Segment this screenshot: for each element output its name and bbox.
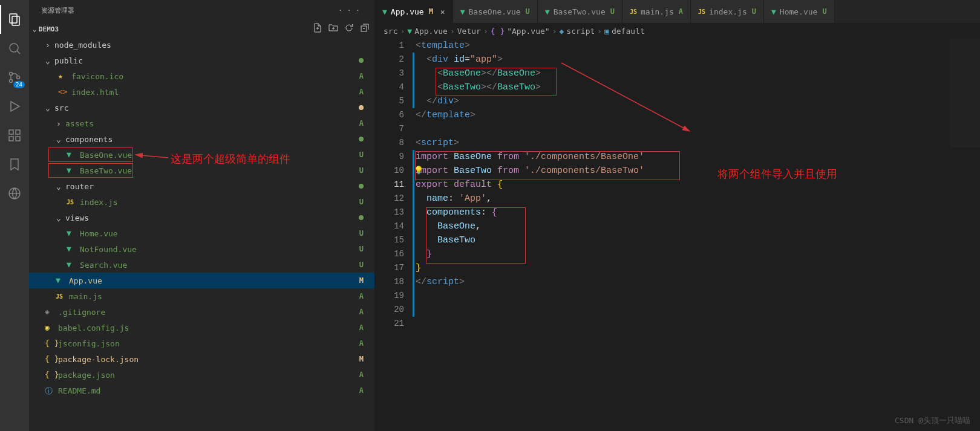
editor-tabs: ▼App.vueM×▼BaseOne.vueU▼BaseTwo.vueUJSma… [375, 0, 980, 23]
svg-rect-11 [16, 137, 20, 141]
tree-file[interactable]: ◈.gitignoreA [29, 304, 374, 320]
variable-icon: ▣ [604, 27, 609, 36]
code-editor[interactable]: 123456789101112131415161718192021 💡 <tem… [375, 39, 980, 431]
collapse-all-icon[interactable] [360, 23, 370, 35]
editor-tab[interactable]: ▼BaseTwo.vueU [538, 0, 622, 23]
watermark-credit: CSDN @头顶一只喵喵 [895, 415, 970, 426]
annotation-text-2: 将两个组件导入并且使用 [717, 167, 837, 181]
code-content[interactable]: 💡 <template> <div id="app"> <BaseOne></B… [416, 39, 980, 431]
vue-icon: ▼ [407, 27, 412, 36]
bc-file[interactable]: App.vue [414, 27, 448, 36]
activity-source-control-icon[interactable]: 24 [0, 63, 29, 92]
svg-rect-1 [12, 16, 19, 25]
svg-point-6 [17, 76, 20, 79]
tree-file[interactable]: ▼Search.vueU [29, 257, 374, 273]
tree-file[interactable]: ▼NotFound.vueU [29, 241, 374, 257]
bc-vetur[interactable]: Vetur [457, 27, 481, 36]
bc-default[interactable]: default [612, 27, 645, 36]
svg-point-5 [10, 80, 13, 83]
activity-run-icon[interactable] [0, 92, 29, 121]
sidebar-title: 资源管理器 [41, 6, 74, 15]
svg-marker-7 [11, 102, 19, 111]
close-icon[interactable]: × [440, 7, 445, 16]
editor-tab[interactable]: ▼App.vueM× [375, 0, 453, 23]
svg-rect-0 [10, 14, 17, 23]
activity-extensions-icon[interactable] [0, 121, 29, 150]
breadcrumb[interactable]: src › ▼ App.vue › Vetur › { } "App.vue" … [375, 23, 980, 39]
minimap[interactable] [950, 39, 980, 431]
activity-remote-icon[interactable] [0, 179, 29, 208]
tree-folder[interactable]: ⌄router [29, 178, 374, 194]
svg-rect-9 [16, 130, 20, 134]
svg-point-2 [10, 44, 18, 52]
minimap-slider[interactable] [950, 39, 980, 147]
activity-bookmark-icon[interactable] [0, 150, 29, 179]
tree-folder[interactable]: ›assetsA [29, 115, 374, 131]
tree-file[interactable]: { }package.jsonA [29, 367, 374, 383]
annotation-text-1: 这是两个超级简单的组件 [171, 152, 290, 166]
tree-file[interactable]: ▼App.vueM [29, 273, 374, 288]
tree-folder[interactable]: ›node_modules [29, 37, 374, 53]
activity-bar: 24 [0, 0, 29, 431]
cube-icon: ◆ [560, 27, 564, 36]
editor-main: ▼App.vueM×▼BaseOne.vueU▼BaseTwo.vueUJSma… [375, 0, 980, 431]
lightbulb-icon[interactable]: 💡 [414, 166, 422, 174]
explorer-sidebar: 资源管理器 ··· ⌄ DEMO3 ›node_modules⌄public★f… [29, 0, 375, 431]
tree-file[interactable]: ⓘREADME.mdA [29, 383, 374, 398]
tree-file[interactable]: ▼Home.vueU [29, 225, 374, 241]
sidebar-section[interactable]: ⌄ DEMO3 [29, 21, 374, 37]
svg-line-3 [17, 51, 20, 54]
editor-tab[interactable]: ▼Home.vueU [764, 0, 835, 23]
bc-app[interactable]: "App.vue" [507, 27, 549, 36]
tree-folder[interactable]: ⌄src [29, 100, 374, 115]
tree-file[interactable]: <>index.htmlA [29, 84, 374, 100]
file-tree: ›node_modules⌄public★favicon.icoA<>index… [29, 37, 374, 431]
sidebar-header: 资源管理器 ··· [29, 0, 374, 21]
activity-search-icon[interactable] [0, 34, 29, 63]
editor-tab[interactable]: JSmain.jsA [622, 0, 691, 23]
svg-point-4 [10, 73, 13, 76]
braces-icon: { } [491, 27, 505, 36]
new-folder-icon[interactable] [328, 23, 338, 35]
tree-folder[interactable]: ⌄public [29, 53, 374, 68]
bc-script[interactable]: script [566, 27, 595, 36]
chevron-down-icon: ⌄ [31, 25, 38, 33]
svg-rect-8 [9, 130, 13, 134]
new-file-icon[interactable] [313, 23, 322, 35]
tree-file[interactable]: ★favicon.icoA [29, 68, 374, 84]
tree-file[interactable]: ◉babel.config.jsA [29, 320, 374, 335]
tree-file[interactable]: JSmain.jsA [29, 288, 374, 304]
refresh-icon[interactable] [344, 23, 354, 35]
svg-rect-10 [9, 137, 13, 141]
tree-file[interactable]: { }package-lock.jsonM [29, 351, 374, 367]
sidebar-more-icon[interactable]: ··· [338, 7, 365, 15]
section-title: DEMO3 [39, 25, 59, 33]
bc-src[interactable]: src [384, 27, 397, 36]
tree-folder[interactable]: ⌄views [29, 210, 374, 225]
editor-tab[interactable]: ▼BaseOne.vueU [453, 0, 538, 23]
tree-folder[interactable]: ⌄components [29, 131, 374, 147]
tree-file[interactable]: JSindex.jsU [29, 194, 374, 210]
activity-explorer-icon[interactable] [0, 5, 29, 34]
scm-badge: 24 [13, 81, 25, 88]
line-numbers: 123456789101112131415161718192021 [375, 39, 413, 431]
tree-file[interactable]: { }jsconfig.jsonA [29, 335, 374, 351]
editor-tab[interactable]: JSindex.jsU [691, 0, 764, 23]
